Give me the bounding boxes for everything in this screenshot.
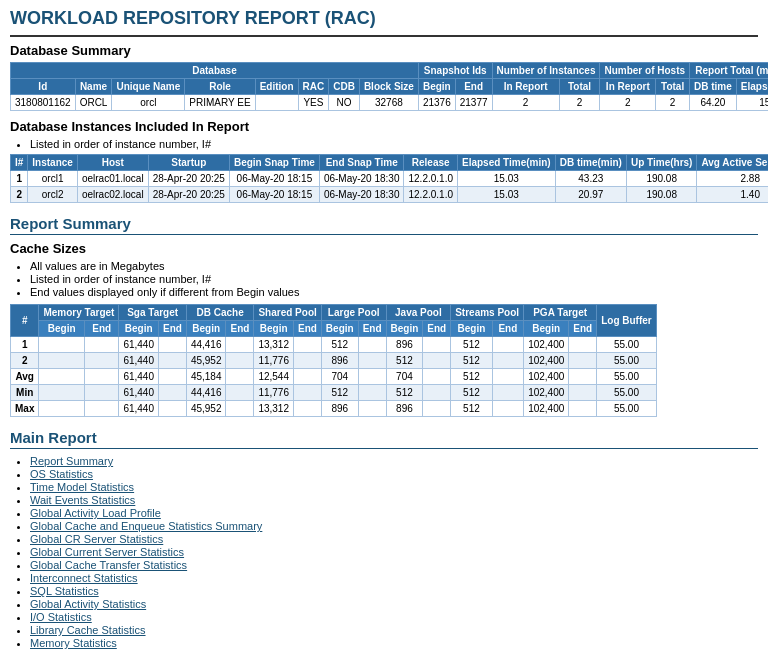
db-summary-cell-9: 21377 xyxy=(455,95,492,111)
cache-cell-r2-c2 xyxy=(84,369,118,385)
col-cdb: CDB xyxy=(329,79,360,95)
cache-note: Listed in order of instance number, I# xyxy=(30,273,758,285)
cache-cell-r3-c5: 44,416 xyxy=(186,385,226,401)
main-report-title: Main Report xyxy=(10,429,758,449)
db-summary-cell-2: orcl xyxy=(112,95,185,111)
db-summary-cell-6: NO xyxy=(329,95,360,111)
instances-col-end-snap-time: End Snap Time xyxy=(319,155,404,171)
col-id: Id xyxy=(11,79,76,95)
cache-cell-r0-c12 xyxy=(423,337,451,353)
cache-subheader-end-5: End xyxy=(423,321,451,337)
cache-cell-r0-c1 xyxy=(39,337,84,353)
db-summary-cell-11: 2 xyxy=(559,95,600,111)
cache-col-lb: Log Buffer xyxy=(597,305,657,337)
main-report-link-global-activity-load-profile[interactable]: Global Activity Load Profile xyxy=(30,507,161,519)
cache-cell-r1-c5: 45,952 xyxy=(186,353,226,369)
main-report-list-item: Memory Statistics xyxy=(30,637,758,649)
cache-cell-r3-c13: 512 xyxy=(451,385,492,401)
main-report-link-global-cache-transfer-statistics[interactable]: Global Cache Transfer Statistics xyxy=(30,559,187,571)
main-report-link-i-o-statistics[interactable]: I/O Statistics xyxy=(30,611,92,623)
main-report-link-sql-statistics[interactable]: SQL Statistics xyxy=(30,585,99,597)
instances-cell-r0-c0: 1 xyxy=(11,171,28,187)
cache-cell-r0-c7: 13,312 xyxy=(254,337,294,353)
instances-cell-r1-c1: orcl2 xyxy=(28,187,78,203)
cache-cell-r0-c16 xyxy=(569,337,597,353)
cache-cell-r0-c8 xyxy=(293,337,321,353)
cache-subheader-begin-6: Begin xyxy=(451,321,492,337)
cache-subheader-begin-1: Begin xyxy=(119,321,159,337)
db-summary-cell-5: YES xyxy=(298,95,329,111)
report-summary-title: Report Summary xyxy=(10,215,758,235)
main-report-link-global-cache-and-enqueue-statistics-summary[interactable]: Global Cache and Enqueue Statistics Summ… xyxy=(30,520,262,532)
main-report-list-item: OS Statistics xyxy=(30,468,758,480)
cache-col-num: # xyxy=(11,305,39,337)
main-report-link-global-cr-server-statistics[interactable]: Global CR Server Statistics xyxy=(30,533,163,545)
main-report-link-global-current-server-statistics[interactable]: Global Current Server Statistics xyxy=(30,546,184,558)
instances-notes: Listed in order of instance number, I# xyxy=(30,138,758,150)
main-report-list-item: Global Cache and Enqueue Statistics Summ… xyxy=(30,520,758,532)
cache-cell-r4-c4 xyxy=(159,401,187,417)
cache-cell-r0-c13: 512 xyxy=(451,337,492,353)
cache-cell-r2-c12 xyxy=(423,369,451,385)
main-report-list-item: I/O Statistics xyxy=(30,611,758,623)
instances-cell-r1-c10: 1.40 xyxy=(697,187,768,203)
cache-cell-r4-c6 xyxy=(226,401,254,417)
col-snap-end: End xyxy=(455,79,492,95)
cache-cell-r4-c14 xyxy=(492,401,523,417)
instances-cell-r1-c8: 20.97 xyxy=(555,187,626,203)
cache-cell-r0-c15: 102,400 xyxy=(524,337,569,353)
col-inst-total: Total xyxy=(559,79,600,95)
cache-cell-r3-c10 xyxy=(358,385,386,401)
instances-cell-r0-c10: 2.88 xyxy=(697,171,768,187)
instances-cell-r1-c4: 06-May-20 18:15 xyxy=(229,187,319,203)
cache-cell-r3-c14 xyxy=(492,385,523,401)
snapshot-group-header: Snapshot Ids xyxy=(418,63,492,79)
instances-cell-r1-c0: 2 xyxy=(11,187,28,203)
main-report-link-time-model-statistics[interactable]: Time Model Statistics xyxy=(30,481,134,493)
db-group-header: Database xyxy=(11,63,419,79)
main-report-link-global-activity-statistics[interactable]: Global Activity Statistics xyxy=(30,598,146,610)
cache-cell-r3-c11: 512 xyxy=(386,385,423,401)
cache-cell-r3-c1 xyxy=(39,385,84,401)
cache-cell-r4-c13: 512 xyxy=(451,401,492,417)
cache-cell-r1-c10 xyxy=(358,353,386,369)
col-snap-begin: Begin xyxy=(418,79,455,95)
main-report-link-memory-statistics[interactable]: Memory Statistics xyxy=(30,637,117,649)
cache-cell-r1-c12 xyxy=(423,353,451,369)
cache-cell-r1-c3: 61,440 xyxy=(119,353,159,369)
cache-cell-r1-c14 xyxy=(492,353,523,369)
cache-cell-r1-c4 xyxy=(159,353,187,369)
instances-col-release: Release xyxy=(404,155,457,171)
main-report-list-item: Global Cache Transfer Statistics xyxy=(30,559,758,571)
cache-cell-r3-c12 xyxy=(423,385,451,401)
cache-cell-r4-c3: 61,440 xyxy=(119,401,159,417)
cache-cell-r2-c0: Avg xyxy=(11,369,39,385)
cache-cell-r2-c1 xyxy=(39,369,84,385)
main-report-link-wait-events-statistics[interactable]: Wait Events Statistics xyxy=(30,494,135,506)
cache-cell-r1-c8 xyxy=(293,353,321,369)
cache-subheader-begin-4: Begin xyxy=(321,321,358,337)
cache-cell-r3-c3: 61,440 xyxy=(119,385,159,401)
cache-cell-r2-c11: 704 xyxy=(386,369,423,385)
cache-cell-r4-c12 xyxy=(423,401,451,417)
main-report-link-os-statistics[interactable]: OS Statistics xyxy=(30,468,93,480)
db-summary-cell-3: PRIMARY EE xyxy=(185,95,255,111)
main-report-link-report-summary[interactable]: Report Summary xyxy=(30,455,113,467)
cache-cell-r2-c5: 45,184 xyxy=(186,369,226,385)
cache-subheader-begin-5: Begin xyxy=(386,321,423,337)
cache-cell-r3-c16 xyxy=(569,385,597,401)
cache-cell-r3-c17: 55.00 xyxy=(597,385,657,401)
db-summary-cell-8: 21376 xyxy=(418,95,455,111)
cache-cell-r4-c11: 896 xyxy=(386,401,423,417)
main-report-link-interconnect-statistics[interactable]: Interconnect Statistics xyxy=(30,572,138,584)
cache-notes: All values are in MegabytesListed in ord… xyxy=(30,260,758,298)
cache-cell-r2-c6 xyxy=(226,369,254,385)
db-summary-cell-10: 2 xyxy=(492,95,559,111)
database-summary-table: Database Snapshot Ids Number of Instance… xyxy=(10,62,768,111)
cache-cell-r4-c15: 102,400 xyxy=(524,401,569,417)
cache-col-jp: Java Pool xyxy=(386,305,451,321)
instances-heading: Database Instances Included In Report xyxy=(10,119,758,134)
main-report-link-library-cache-statistics[interactable]: Library Cache Statistics xyxy=(30,624,146,636)
cache-subheader-end-3: End xyxy=(293,321,321,337)
cache-cell-r0-c3: 61,440 xyxy=(119,337,159,353)
